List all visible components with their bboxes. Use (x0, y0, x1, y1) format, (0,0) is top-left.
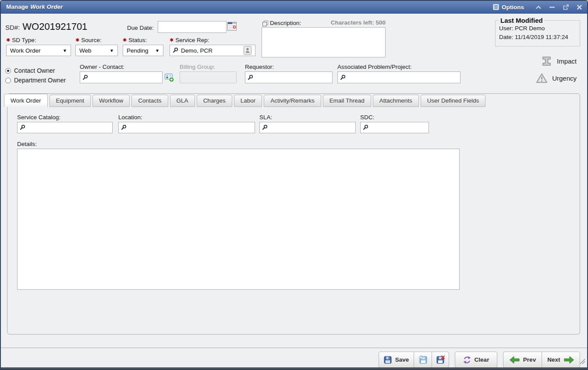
location-input[interactable] (118, 122, 255, 133)
sdc-field (360, 122, 429, 133)
clear-label: Clear (475, 356, 489, 363)
urgency-label: Urgency (552, 75, 577, 82)
prev-label: Prev (523, 356, 536, 363)
service-rep-label: ✱Service Rep: (170, 37, 209, 43)
sd-number: SD#: WO201921701 (5, 21, 87, 32)
impact-label: Impact (557, 57, 577, 65)
tab-bar: Work Order Equipment Workflow Contacts G… (4, 94, 485, 107)
search-icon (173, 47, 178, 53)
due-date-input[interactable] (158, 21, 227, 33)
prev-arrow-icon (509, 356, 520, 364)
window-title-emphasis: Work Order (30, 4, 63, 10)
person-picker-icon[interactable] (244, 46, 251, 55)
billing-group-input (180, 71, 237, 83)
impact-row: Impact (541, 55, 577, 67)
next-button[interactable]: Next (542, 352, 580, 368)
last-modified-date: Date: 11/14/2019 11:37:24 (499, 33, 576, 42)
clear-refresh-icon (463, 356, 471, 364)
tab-attachments[interactable]: Attachments (373, 95, 419, 107)
details-textarea[interactable] (17, 149, 460, 290)
save-and-new-button[interactable] (414, 352, 432, 368)
associated-problem-project-field (337, 71, 460, 83)
sd-type-label: ✱SD Type: (6, 37, 36, 43)
minimize-icon[interactable] (549, 4, 556, 11)
window-controls: Options (493, 1, 583, 13)
tab-equipment[interactable]: Equipment (50, 95, 91, 107)
source-dropdown[interactable]: Web ▼ (75, 45, 118, 56)
tab-labor[interactable]: Labor (234, 95, 262, 107)
service-catalog-label: Service Catalog: (17, 114, 60, 121)
impact-icon[interactable] (541, 55, 553, 67)
sdc-label: SDC: (360, 114, 374, 121)
contact-owner-radio[interactable]: Contact Owner (5, 67, 55, 74)
requestor-field (245, 71, 333, 83)
sdc-input[interactable] (360, 122, 429, 133)
chevron-down-icon: ▼ (110, 48, 114, 53)
last-modified-legend: Last Modified (499, 17, 544, 24)
tab-work-order[interactable]: Work Order (4, 94, 48, 107)
due-date-label: Due Date: (127, 25, 154, 31)
department-owner-label: Department Owner (14, 77, 66, 84)
description-label: Description: (270, 20, 301, 26)
sla-input[interactable] (259, 122, 356, 133)
characters-left-counter: Characters left: 500 (308, 19, 386, 26)
service-rep-value: Demo, PCR (181, 47, 213, 54)
location-label: Location: (118, 114, 142, 121)
tab-contacts[interactable]: Contacts (131, 95, 168, 107)
description-textarea[interactable] (262, 27, 386, 57)
required-marker: ✱ (123, 37, 127, 43)
prev-next-group: Prev Next (503, 352, 580, 368)
window-title: ManageWork Order (6, 1, 63, 13)
requestor-input[interactable] (245, 71, 333, 83)
window-bottom-edge (1, 367, 587, 369)
chevron-down-icon: ▼ (155, 48, 159, 53)
add-contact-icon[interactable] (165, 73, 174, 84)
sd-type-dropdown[interactable]: Work Order ▼ (6, 45, 71, 56)
tab-gla[interactable]: GLA (170, 95, 195, 107)
source-label: ✱Source: (75, 37, 102, 43)
service-catalog-input[interactable] (17, 122, 113, 133)
prev-button[interactable]: Prev (503, 352, 542, 368)
save-and-new-icon (419, 356, 427, 364)
save-icon (384, 356, 392, 364)
footer-separator (1, 348, 587, 348)
sd-type-value: Work Order (10, 47, 41, 54)
tab-activity-remarks[interactable]: Activity/Remarks (264, 95, 321, 107)
details-label: Details: (17, 141, 37, 147)
next-arrow-icon (564, 356, 574, 364)
popout-icon[interactable] (562, 4, 569, 11)
save-and-close-button[interactable] (432, 352, 449, 368)
resize-handle[interactable] (579, 358, 585, 366)
department-owner-radio[interactable]: Department Owner (5, 77, 66, 84)
last-modified-box: Last Modified User: PCR Demo Date: 11/14… (495, 17, 580, 46)
status-dropdown[interactable]: Pending ▼ (123, 45, 163, 56)
service-rep-field[interactable]: Demo, PCR (170, 45, 255, 56)
owner-contact-input[interactable] (80, 71, 163, 83)
contact-owner-label: Contact Owner (14, 67, 55, 74)
options-button[interactable]: Options (493, 4, 524, 11)
tab-email-thread[interactable]: Email Thread (323, 95, 371, 107)
urgency-icon[interactable] (536, 72, 548, 84)
chevron-down-icon: ▼ (63, 48, 67, 53)
clear-button[interactable]: Clear (455, 352, 497, 368)
tab-user-defined-fields[interactable]: User Defined Fields (421, 95, 486, 107)
calendar-icon[interactable] (227, 22, 237, 32)
source-value: Web (79, 47, 92, 54)
radio-unselected-icon[interactable] (5, 78, 11, 83)
tab-workflow[interactable]: Workflow (92, 95, 130, 107)
status-label: ✱Status: (123, 37, 147, 43)
associated-problem-project-input[interactable] (337, 71, 460, 83)
collapse-chevron-up-icon[interactable] (535, 4, 542, 11)
sd-number-value: WO201921701 (22, 21, 87, 32)
owner-contact-label: Owner - Contact: (80, 64, 124, 70)
required-marker: ✱ (170, 37, 174, 43)
location-field (118, 122, 255, 133)
save-and-close-icon (436, 356, 445, 364)
save-button[interactable]: Save (379, 352, 414, 368)
options-list-icon (493, 4, 499, 10)
close-icon[interactable] (576, 4, 583, 11)
tab-charges[interactable]: Charges (197, 95, 232, 107)
window-title-prefix: Manage (6, 4, 28, 10)
sd-number-label: SD#: (5, 24, 20, 31)
radio-selected-icon[interactable] (5, 68, 11, 74)
